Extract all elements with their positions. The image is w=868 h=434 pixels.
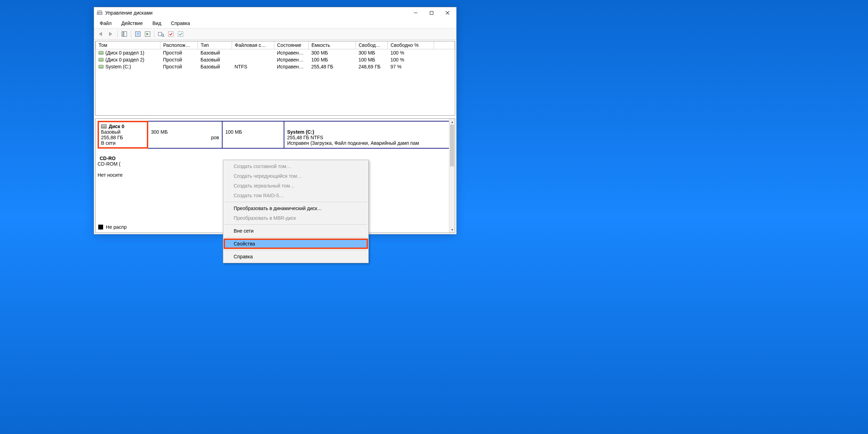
menu-action[interactable]: Действие xyxy=(118,20,145,27)
partition-3-size: 255,48 ГБ NTFS xyxy=(287,135,449,140)
legend: Не распр xyxy=(98,224,127,230)
svg-rect-7 xyxy=(122,32,124,36)
forward-button[interactable] xyxy=(107,30,115,38)
partition-3-title: System (C:) xyxy=(287,129,449,135)
svg-point-2 xyxy=(98,13,99,14)
window-controls xyxy=(408,8,456,18)
disk-0-header[interactable]: Диск 0 Базовый 255,88 ГБ В сети xyxy=(98,122,148,148)
rescan-button[interactable] xyxy=(157,30,165,38)
volume-fs xyxy=(232,49,274,57)
checked-list-button[interactable] xyxy=(167,30,175,38)
volume-freepct: 100 % xyxy=(388,56,434,63)
legend-swatch-unallocated xyxy=(98,225,103,229)
volumes-table: Том Располож… Тип Файловая с… Состояние … xyxy=(95,41,455,70)
volumes-table-header: Том Располож… Тип Файловая с… Состояние … xyxy=(96,41,455,49)
toolbar-separator xyxy=(154,31,155,37)
col-capacity[interactable]: Емкость xyxy=(309,41,356,49)
col-volume[interactable]: Том xyxy=(96,41,160,49)
checked-list-alt-button[interactable] xyxy=(176,30,185,38)
app-icon xyxy=(97,10,102,16)
menu-item: Создать зеркальный том… xyxy=(224,181,368,191)
svg-rect-16 xyxy=(178,32,183,36)
volume-type: Базовый xyxy=(198,49,232,57)
console-tree-button[interactable] xyxy=(120,30,128,38)
menu-file[interactable]: Файл xyxy=(97,20,114,27)
refresh-button[interactable] xyxy=(143,30,152,38)
volume-freepct: 100 % xyxy=(388,49,434,57)
col-fs[interactable]: Файловая с… xyxy=(232,41,274,49)
volume-name: (Диск 0 раздел 1) xyxy=(106,50,144,56)
disk-management-window: Управление дисками Файл Действие Вид Спр… xyxy=(94,7,457,234)
disk-0-row: Диск 0 Базовый 255,88 ГБ В сети 300 МБ р… xyxy=(98,121,453,149)
close-button[interactable] xyxy=(440,8,456,18)
toolbar-separator xyxy=(131,31,131,37)
volume-name: (Диск 0 раздел 2) xyxy=(106,57,144,62)
menu-item[interactable]: Справка xyxy=(224,252,368,261)
volume-name: System (C:) xyxy=(106,64,131,69)
partition-2[interactable]: 100 МБ xyxy=(223,122,284,148)
volume-row[interactable]: System (C:)ПростойБазовыйNTFSИсправен…25… xyxy=(96,63,455,70)
disk-icon xyxy=(101,124,107,128)
svg-rect-8 xyxy=(124,32,127,36)
menubar: Файл Действие Вид Справка xyxy=(94,18,456,28)
partition-1-size: 300 МБ xyxy=(151,129,219,135)
volumes-pane: Том Располож… Тип Файловая с… Состояние … xyxy=(95,41,455,116)
col-freepct[interactable]: Свободно % xyxy=(388,41,434,49)
partition-2-size: 100 МБ xyxy=(225,129,281,135)
menu-item: Создать чередующийся том… xyxy=(224,171,368,181)
minimize-button[interactable] xyxy=(408,8,424,18)
menu-item: Преобразовать в MBR-диск xyxy=(224,213,368,223)
volume-fs xyxy=(232,56,274,63)
partition-3[interactable]: System (C:) 255,48 ГБ NTFS Исправен (Заг… xyxy=(284,122,452,148)
back-button[interactable] xyxy=(97,30,105,38)
maximize-button[interactable] xyxy=(424,8,440,18)
help-button[interactable]: ? xyxy=(134,30,142,38)
volume-icon xyxy=(99,51,103,55)
volume-status: Исправен… xyxy=(274,63,309,70)
volume-row[interactable]: (Диск 0 раздел 1)ПростойБазовыйИсправен…… xyxy=(96,49,455,57)
cdrom-nomedia: Нет носите xyxy=(98,172,132,178)
menu-view[interactable]: Вид xyxy=(150,20,164,27)
volume-row[interactable]: (Диск 0 раздел 2)ПростойБазовыйИсправен…… xyxy=(96,56,455,63)
disk-0-kind: Базовый xyxy=(101,129,145,135)
window-title: Управление дисками xyxy=(105,10,408,16)
menu-separator xyxy=(225,237,367,237)
svg-rect-15 xyxy=(168,32,173,36)
menu-item[interactable]: Вне сети xyxy=(224,226,368,236)
svg-text:?: ? xyxy=(137,32,139,36)
menu-item[interactable]: Свойства xyxy=(224,239,368,249)
volume-freepct: 97 % xyxy=(388,63,434,70)
scroll-thumb[interactable] xyxy=(450,125,454,166)
volume-free: 300 МБ xyxy=(356,49,388,57)
col-type[interactable]: Тип xyxy=(198,41,232,49)
volume-fs: NTFS xyxy=(232,63,274,70)
partition-3-status: Исправен (Загрузка, Файл подкачки, Авари… xyxy=(287,140,449,146)
menu-separator xyxy=(225,224,367,225)
col-layout[interactable]: Располож… xyxy=(160,41,198,49)
col-status[interactable]: Состояние xyxy=(274,41,309,49)
scroll-down-button[interactable]: ▾ xyxy=(449,227,455,233)
volume-status: Исправен… xyxy=(274,56,309,63)
volume-status: Исправен… xyxy=(274,49,309,57)
menu-help[interactable]: Справка xyxy=(168,20,193,27)
volume-free: 248,69 ГБ xyxy=(356,63,388,70)
volume-layout: Простой xyxy=(160,56,198,63)
svg-point-13 xyxy=(161,34,164,36)
partition-1[interactable]: 300 МБ ров xyxy=(148,122,222,148)
volume-type: Базовый xyxy=(198,56,232,63)
disk-0-partitions: 300 МБ ров 100 МБ System (C:) 255,48 ГБ … xyxy=(148,122,452,148)
menu-item: Создать составной том… xyxy=(224,161,368,171)
volume-layout: Простой xyxy=(160,49,198,57)
svg-rect-1 xyxy=(98,11,101,12)
menu-separator xyxy=(225,202,367,202)
scroll-up-button[interactable]: ▴ xyxy=(449,119,455,125)
menu-item: Создать том RAID-5… xyxy=(224,191,368,200)
volume-layout: Простой xyxy=(160,63,198,70)
col-free[interactable]: Свобод… xyxy=(356,41,388,49)
volume-capacity: 100 МБ xyxy=(309,56,356,63)
legend-label-unallocated: Не распр xyxy=(106,224,127,230)
menu-item[interactable]: Преобразовать в динамический диск… xyxy=(224,203,368,213)
vertical-scrollbar[interactable]: ▴ ▾ xyxy=(449,119,455,233)
cdrom-kind: CD-ROM ( xyxy=(98,161,132,167)
partition-1-status: ров xyxy=(151,135,219,140)
